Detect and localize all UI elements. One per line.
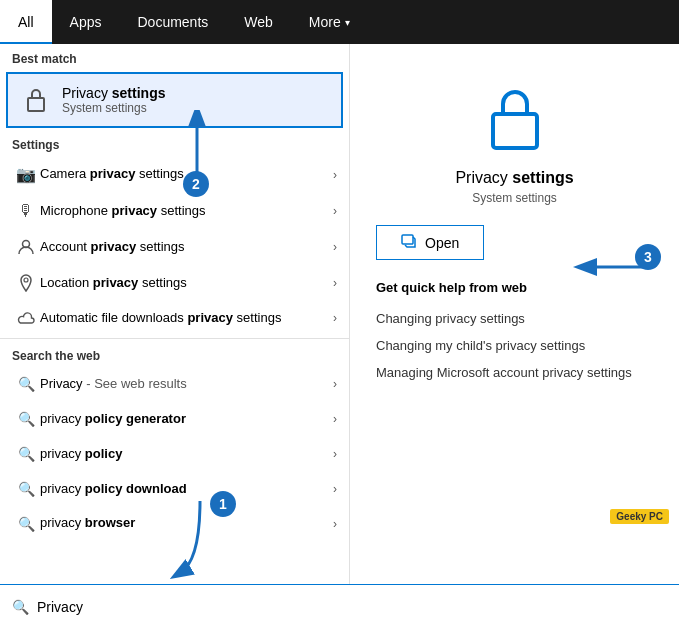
camera-icon: 📷 [12, 165, 40, 184]
list-item-policy-generator[interactable]: 🔍 privacy policy generator › [0, 402, 349, 437]
list-item-privacy-web[interactable]: 🔍 Privacy - See web results › [0, 367, 349, 402]
right-panel-subtitle: System settings [472, 191, 557, 205]
location-item-text: Location privacy settings [40, 275, 333, 292]
svg-point-2 [24, 278, 28, 282]
list-item-camera[interactable]: 📷 Camera privacy settings › [0, 156, 349, 193]
chevron-right-icon: › [333, 204, 337, 218]
svg-rect-3 [493, 114, 537, 148]
arrow-3-annotation: 3 [569, 252, 659, 285]
privacy-web-text: Privacy - See web results [40, 376, 333, 393]
badge-2: 2 [183, 171, 209, 197]
open-button[interactable]: Open [376, 225, 484, 260]
right-panel: Privacy settings System settings Open Ge… [350, 44, 679, 584]
search-bar: 🔍 1 [0, 584, 679, 628]
open-icon [401, 234, 417, 251]
tab-all[interactable]: All [0, 0, 52, 44]
policy-text: privacy policy [40, 446, 333, 463]
svg-rect-0 [28, 98, 44, 111]
lock-icon [20, 84, 52, 116]
search-input[interactable] [37, 599, 667, 615]
main-content: Best match Privacy settings System setti… [0, 44, 679, 584]
list-item-location[interactable]: Location privacy settings › [0, 265, 349, 301]
microphone-icon: 🎙 [12, 202, 40, 220]
settings-label: Settings [0, 130, 349, 156]
divider [0, 338, 349, 339]
search-bar-icon: 🔍 [12, 599, 29, 615]
tab-documents[interactable]: Documents [119, 0, 226, 44]
policy-download-text: privacy policy download [40, 481, 333, 498]
nav-bar: All Apps Documents Web More ▾ [0, 0, 679, 44]
search-icon: 🔍 [12, 516, 40, 532]
microphone-item-text: Microphone privacy settings [40, 203, 333, 220]
policy-generator-text: privacy policy generator [40, 411, 333, 428]
tab-more[interactable]: More ▾ [291, 0, 368, 44]
downloads-item-text: Automatic file downloads privacy setting… [40, 310, 333, 327]
best-match-text: Privacy settings System settings [62, 85, 165, 115]
badge-3: 3 [635, 244, 661, 270]
tab-apps[interactable]: Apps [52, 0, 120, 44]
chevron-down-icon: ▾ [345, 17, 350, 28]
tab-web[interactable]: Web [226, 0, 291, 44]
chevron-right-icon: › [333, 311, 337, 325]
privacy-icon [483, 84, 547, 157]
chevron-right-icon: › [333, 412, 337, 426]
best-match-item[interactable]: Privacy settings System settings [6, 72, 343, 128]
account-icon [12, 238, 40, 256]
location-icon [12, 274, 40, 292]
quick-help-section: Get quick help from web Changing privacy… [366, 280, 663, 386]
search-icon: 🔍 [12, 481, 40, 497]
chevron-right-icon: › [333, 168, 337, 182]
account-item-text: Account privacy settings [40, 239, 333, 256]
right-panel-title: Privacy settings [455, 169, 573, 187]
chevron-right-icon: › [333, 517, 337, 531]
search-icon: 🔍 [12, 376, 40, 392]
best-match-subtitle: System settings [62, 101, 165, 115]
arrow-2-annotation: 2 [182, 110, 212, 183]
chevron-right-icon: › [333, 276, 337, 290]
arrow-1-annotation: 1 [170, 501, 230, 584]
geeky-badge: Geeky PC [610, 509, 669, 524]
cloud-icon [12, 311, 40, 325]
best-match-title-plain: Privacy [62, 85, 112, 101]
link-changing-privacy[interactable]: Changing privacy settings [376, 305, 653, 332]
list-item-downloads[interactable]: Automatic file downloads privacy setting… [0, 301, 349, 336]
badge-1: 1 [210, 491, 236, 517]
svg-rect-4 [402, 235, 413, 244]
chevron-right-icon: › [333, 377, 337, 391]
list-item-microphone[interactable]: 🎙 Microphone privacy settings › [0, 193, 349, 229]
search-icon: 🔍 [12, 446, 40, 462]
open-label: Open [425, 235, 459, 251]
list-item-policy[interactable]: 🔍 privacy policy › [0, 437, 349, 472]
list-item-account[interactable]: Account privacy settings › [0, 229, 349, 265]
chevron-right-icon: › [333, 482, 337, 496]
link-child-privacy[interactable]: Changing my child's privacy settings [376, 332, 653, 359]
chevron-right-icon: › [333, 240, 337, 254]
web-label: Search the web [0, 341, 349, 367]
search-icon: 🔍 [12, 411, 40, 427]
best-match-title-bold: settings [112, 85, 166, 101]
best-match-label: Best match [0, 44, 349, 70]
link-account-privacy[interactable]: Managing Microsoft account privacy setti… [376, 359, 653, 386]
chevron-right-icon: › [333, 447, 337, 461]
